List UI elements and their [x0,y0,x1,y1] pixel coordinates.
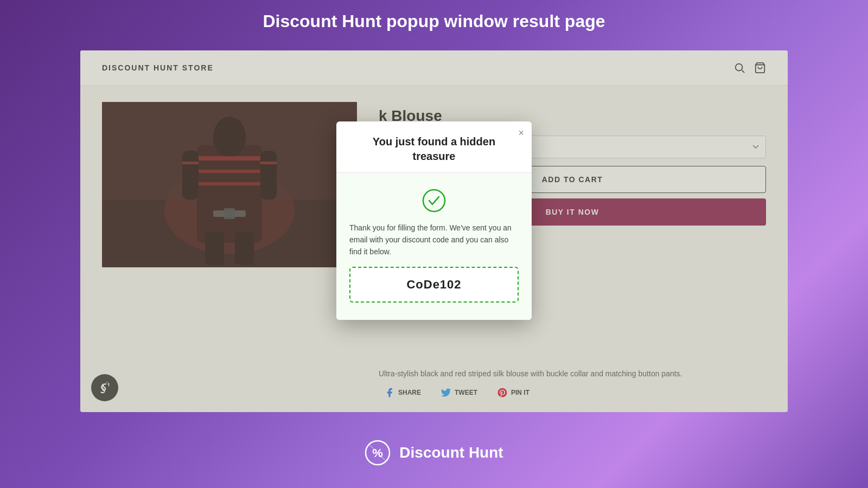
discount-code: CoDe102 [406,278,461,291]
popup-header: You just found a hidden treasure × [336,121,532,172]
success-icon [422,188,446,213]
popup-close-button[interactable]: × [518,127,524,137]
page-footer: % Discount Hunt [0,418,868,488]
page-title: Discount Hunt popup window result page [263,11,605,31]
popup-body: Thank you for filling the form. We've se… [336,172,532,319]
footer-logo-icon: % [365,440,391,466]
footer-brand-name: Discount Hunt [399,444,503,461]
popup-title: You just found a hidden treasure [354,134,514,163]
svg-point-19 [423,189,445,211]
page-title-bar: Discount Hunt popup window result page [0,0,868,42]
popup-message: Thank you for filling the form. We've se… [349,221,519,258]
browser-window: DISCOUNT HUNT STORE [80,50,788,412]
discount-code-box: CoDe102 [349,267,519,303]
popup-modal: You just found a hidden treasure × Thank… [336,121,532,319]
